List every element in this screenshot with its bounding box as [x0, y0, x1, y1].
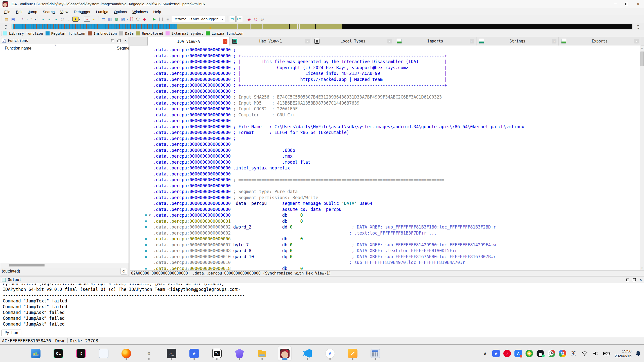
legend-grip[interactable] [1, 31, 2, 36]
python-prompt-button[interactable]: Python [1, 330, 21, 336]
jump-icon[interactable]: ↓ [66, 16, 72, 22]
back-dropdown-icon[interactable]: ▾ [26, 18, 28, 21]
navband-right-arrows[interactable]: ▶◀ [632, 23, 644, 30]
tray-overflow-chevron-icon[interactable]: ∧ [481, 350, 489, 357]
navband-functions-region[interactable] [12, 24, 177, 29]
disasm-line[interactable]: .data..percpu:0000000000000001 db 0 [130, 218, 644, 224]
nav-marker-icon[interactable]: ▲ [84, 17, 90, 22]
toolbar-grip[interactable] [149, 16, 150, 22]
tab-close-icon[interactable]: × [305, 39, 310, 43]
panel-maximize-icon[interactable] [626, 279, 629, 281]
shield-app-icon[interactable]: + [526, 350, 533, 357]
intellij-icon[interactable]: IJ [74, 346, 88, 360]
scroll-down-icon[interactable]: ▼ [640, 266, 644, 270]
disasm-line[interactable]: .data..percpu:0000000000000000 ; Segment… [130, 195, 644, 201]
tab-local-types[interactable]: Local Types× [312, 37, 394, 46]
tray-blue-app-icon[interactable]: ★ [492, 350, 500, 357]
menu-options[interactable]: Options [111, 10, 130, 14]
tab-close-icon[interactable]: × [634, 39, 639, 43]
menu-view[interactable]: View [57, 10, 71, 14]
disassembly-vscrollbar[interactable]: ▲ ▼ [640, 46, 644, 270]
polygon-icon[interactable]: ⬠ [135, 16, 141, 22]
lumina-icon[interactable]: ● [91, 16, 97, 22]
stop-process-icon[interactable]: ■ [165, 16, 171, 22]
toolbar-grip[interactable] [244, 16, 245, 22]
menu-edit[interactable]: Edit [13, 10, 25, 14]
disasm-line[interactable]: .data..percpu:0000000000000000 _data__pe… [130, 201, 644, 207]
tab-close-icon[interactable]: × [387, 39, 392, 43]
menu-lumina[interactable]: Lumina [93, 10, 111, 14]
disasm-line[interactable]: .data..percpu:0000000000000000 ; +------… [130, 53, 644, 59]
disasm-line[interactable]: .data..percpu:0000000000000000 ; | Copyr… [130, 65, 644, 71]
disasm-line[interactable]: .data..percpu:0000000000000010 ; sub_FFF… [130, 260, 644, 266]
functions-table-header[interactable]: ∨ Function name Segme [0, 44, 129, 52]
enums-icon[interactable]: ▥ [107, 16, 113, 22]
disasm-line[interactable]: .data..percpu:0000000000000000 .mmx [130, 153, 644, 159]
browser-swirl-icon[interactable] [559, 350, 566, 357]
column-segment[interactable]: Segme [114, 46, 129, 51]
disasm-line[interactable]: .data..percpu:0000000000000000 ; Format … [130, 130, 644, 136]
start-button[interactable] [7, 346, 20, 360]
disasm-line[interactable]: .data..percpu:0000000000000018 db 0 [130, 266, 644, 270]
toolbar-grip[interactable] [37, 16, 38, 22]
blue-app-icon[interactable]: ★ [188, 346, 201, 360]
tab-close-icon[interactable]: × [223, 39, 227, 44]
notification-bell-icon[interactable] [634, 350, 642, 357]
panel-maximize-icon[interactable] [111, 39, 114, 42]
disasm-line[interactable]: .data..percpu:0000000000000000 ; +------… [130, 82, 644, 88]
disasm-line[interactable]: .data..percpu:0000000000000000 ; Compile… [130, 112, 644, 118]
menu-search[interactable]: Search [40, 10, 58, 14]
disasm-line[interactable]: .data..percpu:0000000000000000 ; [130, 47, 644, 53]
menu-file[interactable]: File [2, 10, 13, 14]
refresh-icon[interactable]: ↻ [120, 268, 127, 275]
disasm-line[interactable]: .data..percpu:0000000000000000 assume cs… [130, 207, 644, 213]
functions-hscrollbar-thumb[interactable] [9, 264, 45, 266]
disasm-line[interactable]: .data..percpu:0000000000000000 .686p [130, 148, 644, 154]
text-mode-icon[interactable]: A [72, 17, 78, 22]
panel-close-icon[interactable]: × [124, 39, 127, 42]
text-mode-dropdown-icon[interactable]: ▾ [79, 18, 80, 21]
navband-left-arrows[interactable]: ◀▶ [0, 23, 12, 30]
toolbar-grip[interactable] [17, 16, 19, 22]
column-function-name[interactable]: Function name [0, 46, 114, 51]
disasm-line[interactable]: .data..percpu:0000000000000010 qword_10 … [130, 254, 644, 260]
functions-panel-titlebar[interactable]: f Functions × [0, 37, 129, 44]
output-panel-titlebar[interactable]: Output × [0, 276, 644, 283]
vscrollbar-thumb[interactable] [640, 52, 644, 66]
functions-list[interactable] [0, 52, 129, 263]
disasm-line[interactable]: .data..percpu:0000000000000000 ; Input C… [130, 106, 644, 112]
attach-process-icon[interactable]: ↶C [230, 16, 236, 22]
functions-hscrollbar[interactable] [0, 263, 129, 267]
breakpoint-list-icon[interactable]: ◉ [246, 16, 252, 22]
pause-process-icon[interactable]: ❙❙ [158, 16, 164, 22]
calculator-icon[interactable] [369, 346, 382, 360]
tab-hex-view-1[interactable]: Hex View-1× [230, 37, 312, 46]
menu-windows[interactable]: Windows [130, 10, 150, 14]
tab-strings[interactable]: Strings× [476, 37, 559, 46]
ime-language-indicator[interactable]: 英 [570, 350, 577, 357]
detach-process-icon[interactable]: C↷ [236, 16, 242, 22]
forward-icon[interactable]: ↷ [28, 16, 34, 22]
disasm-line[interactable]: .data..percpu:0000000000000000 [130, 142, 644, 148]
types-icon[interactable]: ▩ [113, 16, 119, 22]
ida-taskbar-icon[interactable] [278, 346, 291, 360]
undefine-icon[interactable]: ◎ [59, 16, 65, 22]
disasm-line[interactable]: .data..percpu:0000000000000006 db 0 [130, 236, 644, 242]
navband-black-region[interactable] [342, 24, 632, 29]
file-explorer-icon[interactable] [256, 346, 269, 360]
flowchart-icon[interactable]: ◕ [40, 16, 46, 22]
toolbar-grip[interactable] [98, 16, 99, 22]
ai-app-icon[interactable]: A [514, 350, 522, 357]
disasm-line[interactable]: .data..percpu:0000000000000000 .intel_sy… [130, 165, 644, 171]
clock-app-icon[interactable] [548, 350, 555, 357]
panel-float-icon[interactable] [117, 39, 120, 42]
start-process-icon[interactable]: ▶ [151, 16, 157, 22]
navband-unexplored-region[interactable] [177, 24, 289, 29]
netease-music-icon[interactable]: ♪ [503, 350, 511, 357]
settings-gear-icon[interactable]: ⚙ [142, 346, 155, 360]
breakpoint-diamond-icon[interactable]: ◆ [141, 16, 147, 22]
collapse-arrow-icon[interactable]: ∨ [149, 212, 151, 218]
clion-icon[interactable]: CL [52, 346, 65, 360]
text-view-icon[interactable]: ◕ [46, 16, 52, 22]
tab-close-icon[interactable]: × [470, 39, 474, 43]
